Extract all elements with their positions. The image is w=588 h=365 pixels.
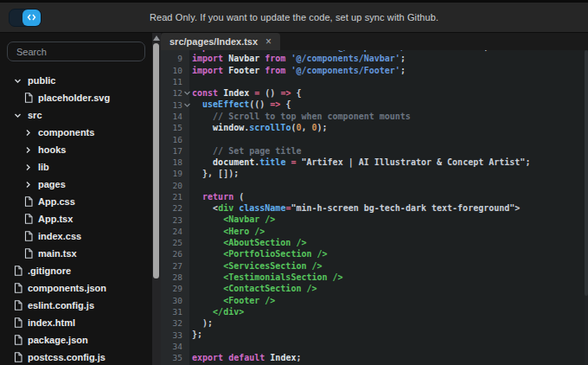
tree-file-components.json[interactable]: components.json xyxy=(0,279,152,297)
readonly-message: Read Only. If you want to update the cod… xyxy=(0,12,588,22)
line-number: 22 xyxy=(161,203,182,213)
file-tree: publicplaceholder.svgsrccomponentshooksl… xyxy=(0,68,152,365)
code-line-11[interactable]: 11 xyxy=(161,76,588,87)
tree-item-label: index.html xyxy=(28,317,75,328)
code-line-21[interactable]: 21 return ( xyxy=(161,191,588,202)
code-line-30[interactable]: 30 <Footer /> xyxy=(161,295,588,306)
code-line-29[interactable]: 29 <ContactSection /> xyxy=(161,283,588,294)
line-number: 10 xyxy=(161,66,182,75)
tree-file-main.tsx[interactable]: main.tsx xyxy=(0,245,152,262)
code-text: }; xyxy=(192,329,202,340)
file-icon xyxy=(14,317,26,328)
editor-pane: src/pages/Index.tsx × 8import ContactSec… xyxy=(161,33,588,365)
tree-folder-src[interactable]: src xyxy=(0,106,152,124)
code-line-31[interactable]: 31 </div> xyxy=(161,306,588,317)
file-icon xyxy=(14,335,26,345)
tree-file-index.css[interactable]: index.css xyxy=(0,227,152,245)
line-number: 33 xyxy=(161,330,182,340)
fold-chevron-icon[interactable] xyxy=(182,103,192,107)
code-line-15[interactable]: 15 window.scrollTo(0, 0); xyxy=(161,122,588,133)
line-number: 27 xyxy=(161,261,182,271)
tab-close-icon[interactable]: × xyxy=(265,36,272,47)
code-line-25[interactable]: 25 <AboutSection /> xyxy=(161,237,588,248)
tab-index-tsx[interactable]: src/pages/Index.tsx × xyxy=(161,33,280,50)
line-number: 32 xyxy=(161,318,182,328)
tree-item-label: placeholder.svg xyxy=(38,93,110,103)
file-explorer: publicplaceholder.svgsrccomponentshooksl… xyxy=(0,33,152,365)
tree-file-package.json[interactable]: package.json xyxy=(0,331,152,349)
code-line-10[interactable]: 10import Footer from '@/components/Foote… xyxy=(161,65,588,76)
tree-folder-pages[interactable]: pages xyxy=(0,176,152,193)
tree-file-.gitignore[interactable]: .gitignore xyxy=(0,262,152,279)
file-icon xyxy=(24,248,36,259)
code-line-27[interactable]: 27 <ServicesSection /> xyxy=(161,260,588,272)
fold-chevron-icon[interactable] xyxy=(182,91,192,95)
chevron-down-icon xyxy=(14,112,26,119)
tree-folder-lib[interactable]: lib xyxy=(0,158,152,176)
scrollbar-thumb[interactable] xyxy=(153,43,159,279)
code-line-34[interactable]: 34 xyxy=(161,341,588,352)
line-number: 21 xyxy=(161,192,182,202)
chevron-right-icon xyxy=(24,181,36,189)
tree-file-App.tsx[interactable]: App.tsx xyxy=(0,210,152,227)
tree-folder-components[interactable]: components xyxy=(0,124,152,141)
code-line-12[interactable]: 12const Index = () => { xyxy=(161,87,588,99)
code-text: window.scrollTo(0, 0); xyxy=(192,122,328,133)
code-text: </div> xyxy=(192,306,244,317)
tree-file-App.css[interactable]: App.css xyxy=(0,193,152,210)
code-text: return ( xyxy=(192,191,244,202)
code-line-17[interactable]: 17 // Set page title xyxy=(161,145,588,157)
tree-file-index.html[interactable]: index.html xyxy=(0,314,152,331)
code-text: // Scroll to top when component mounts xyxy=(192,111,411,122)
code-line-9[interactable]: 9import Navbar from '@/components/Navbar… xyxy=(161,53,588,64)
scroll-up-arrow-icon[interactable] xyxy=(153,35,160,41)
tree-file-eslint.config.js[interactable]: eslint.config.js xyxy=(0,297,152,314)
code-lines: 8import ContactSection from '@/component… xyxy=(161,50,588,363)
code-line-13[interactable]: 13 useEffect(() => { xyxy=(161,99,588,110)
code-text: <ContactSection /> xyxy=(192,283,317,294)
file-icon xyxy=(24,196,36,207)
code-line-32[interactable]: 32 ); xyxy=(161,317,588,329)
code-line-18[interactable]: 18 document.title = "Artifex | AI Illust… xyxy=(161,157,588,168)
code-line-24[interactable]: 24 <Hero /> xyxy=(161,226,588,237)
tree-item-label: pages xyxy=(38,179,66,189)
editor-scrollbar-thumb[interactable] xyxy=(585,50,588,296)
code-line-28[interactable]: 28 <TestimonialsSection /> xyxy=(161,272,588,283)
code-line-22[interactable]: 22 <div className="min-h-screen bg-tech-… xyxy=(161,202,588,214)
search-input[interactable] xyxy=(7,42,145,61)
tree-file-postcss.config.js[interactable]: postcss.config.js xyxy=(0,349,152,365)
code-line-26[interactable]: 26 <PortfolioSection /> xyxy=(161,248,588,259)
code-text: <div className="min-h-screen bg-tech-dar… xyxy=(192,202,520,214)
code-line-14[interactable]: 14 // Scroll to top when component mount… xyxy=(161,111,588,122)
line-number: 26 xyxy=(161,249,182,259)
code-line-16[interactable]: 16 xyxy=(161,133,588,144)
tree-item-label: hooks xyxy=(38,144,66,155)
code-line-19[interactable]: 19 }, []); xyxy=(161,168,588,179)
line-number: 23 xyxy=(161,215,182,225)
line-number: 35 xyxy=(161,353,182,362)
line-number: 15 xyxy=(161,123,182,132)
sidebar-scrollbar[interactable] xyxy=(152,33,161,365)
tree-item-label: index.css xyxy=(38,231,81,241)
chevron-down-icon xyxy=(14,77,26,85)
code-text: document.title = "Artifex | AI Illustrat… xyxy=(192,157,530,168)
editor-scrollbar[interactable] xyxy=(585,50,588,365)
code-icon xyxy=(22,10,41,26)
code-line-20[interactable]: 20 xyxy=(161,180,588,191)
tree-folder-public[interactable]: public xyxy=(0,72,152,89)
code-area[interactable]: 8import ContactSection from '@/component… xyxy=(161,50,588,365)
tree-file-placeholder.svg[interactable]: placeholder.svg xyxy=(0,89,152,106)
code-line-33[interactable]: 33}; xyxy=(161,329,588,340)
line-number: 28 xyxy=(161,272,182,282)
line-number: 30 xyxy=(161,296,182,305)
code-line-35[interactable]: 35export default Index; xyxy=(161,352,588,363)
tree-item-label: App.css xyxy=(38,196,75,207)
code-mode-toggle[interactable] xyxy=(9,9,42,27)
tree-item-label: lib xyxy=(38,162,49,172)
code-line-23[interactable]: 23 <Navbar /> xyxy=(161,214,588,225)
file-icon xyxy=(14,352,26,362)
line-number: 12 xyxy=(161,88,182,98)
topbar: Read Only. If you want to update the cod… xyxy=(0,0,588,33)
tree-item-label: main.tsx xyxy=(38,248,77,259)
tree-folder-hooks[interactable]: hooks xyxy=(0,141,152,158)
